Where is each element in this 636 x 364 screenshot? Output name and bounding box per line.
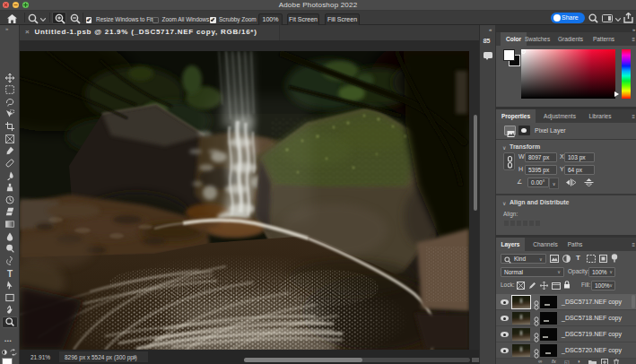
svg-text:T: T [6, 269, 12, 278]
